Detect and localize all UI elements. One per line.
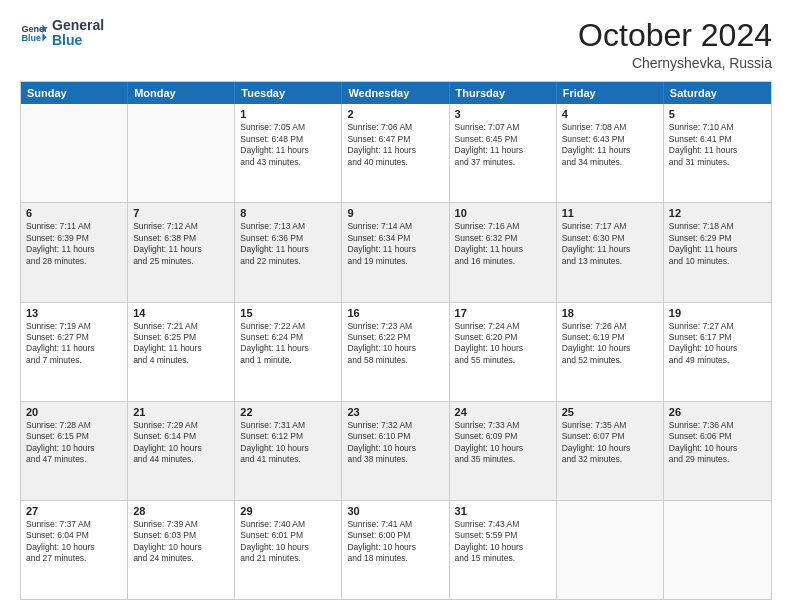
- day-details: Sunrise: 7:17 AM Sunset: 6:30 PM Dayligh…: [562, 221, 658, 267]
- month-title: October 2024: [578, 18, 772, 53]
- day-details: Sunrise: 7:23 AM Sunset: 6:22 PM Dayligh…: [347, 321, 443, 367]
- day-details: Sunrise: 7:29 AM Sunset: 6:14 PM Dayligh…: [133, 420, 229, 466]
- cal-day-cell: 17Sunrise: 7:24 AM Sunset: 6:20 PM Dayli…: [450, 303, 557, 401]
- header: General Blue General Blue October 2024 C…: [20, 18, 772, 71]
- day-details: Sunrise: 7:21 AM Sunset: 6:25 PM Dayligh…: [133, 321, 229, 367]
- day-details: Sunrise: 7:35 AM Sunset: 6:07 PM Dayligh…: [562, 420, 658, 466]
- day-details: Sunrise: 7:07 AM Sunset: 6:45 PM Dayligh…: [455, 122, 551, 168]
- cal-day-cell: 23Sunrise: 7:32 AM Sunset: 6:10 PM Dayli…: [342, 402, 449, 500]
- day-details: Sunrise: 7:19 AM Sunset: 6:27 PM Dayligh…: [26, 321, 122, 367]
- calendar-body: 1Sunrise: 7:05 AM Sunset: 6:48 PM Daylig…: [21, 104, 771, 599]
- cal-header-day: Friday: [557, 82, 664, 104]
- day-details: Sunrise: 7:36 AM Sunset: 6:06 PM Dayligh…: [669, 420, 766, 466]
- day-details: Sunrise: 7:10 AM Sunset: 6:41 PM Dayligh…: [669, 122, 766, 168]
- day-details: Sunrise: 7:13 AM Sunset: 6:36 PM Dayligh…: [240, 221, 336, 267]
- cal-day-cell: 31Sunrise: 7:43 AM Sunset: 5:59 PM Dayli…: [450, 501, 557, 599]
- cal-header-day: Thursday: [450, 82, 557, 104]
- day-number: 9: [347, 207, 443, 219]
- cal-day-cell: 11Sunrise: 7:17 AM Sunset: 6:30 PM Dayli…: [557, 203, 664, 301]
- cal-day-cell: 14Sunrise: 7:21 AM Sunset: 6:25 PM Dayli…: [128, 303, 235, 401]
- cal-header-day: Sunday: [21, 82, 128, 104]
- day-details: Sunrise: 7:22 AM Sunset: 6:24 PM Dayligh…: [240, 321, 336, 367]
- day-details: Sunrise: 7:31 AM Sunset: 6:12 PM Dayligh…: [240, 420, 336, 466]
- day-number: 26: [669, 406, 766, 418]
- day-number: 8: [240, 207, 336, 219]
- cal-day-cell: 24Sunrise: 7:33 AM Sunset: 6:09 PM Dayli…: [450, 402, 557, 500]
- cal-day-cell: 2Sunrise: 7:06 AM Sunset: 6:47 PM Daylig…: [342, 104, 449, 202]
- cal-day-cell: 1Sunrise: 7:05 AM Sunset: 6:48 PM Daylig…: [235, 104, 342, 202]
- calendar: SundayMondayTuesdayWednesdayThursdayFrid…: [20, 81, 772, 600]
- day-details: Sunrise: 7:43 AM Sunset: 5:59 PM Dayligh…: [455, 519, 551, 565]
- day-details: Sunrise: 7:18 AM Sunset: 6:29 PM Dayligh…: [669, 221, 766, 267]
- cal-day-cell: 22Sunrise: 7:31 AM Sunset: 6:12 PM Dayli…: [235, 402, 342, 500]
- cal-day-cell: 26Sunrise: 7:36 AM Sunset: 6:06 PM Dayli…: [664, 402, 771, 500]
- cal-day-cell: 9Sunrise: 7:14 AM Sunset: 6:34 PM Daylig…: [342, 203, 449, 301]
- day-number: 19: [669, 307, 766, 319]
- day-number: 11: [562, 207, 658, 219]
- cal-day-cell: 3Sunrise: 7:07 AM Sunset: 6:45 PM Daylig…: [450, 104, 557, 202]
- day-number: 29: [240, 505, 336, 517]
- cal-header-day: Tuesday: [235, 82, 342, 104]
- cal-week-row: 27Sunrise: 7:37 AM Sunset: 6:04 PM Dayli…: [21, 500, 771, 599]
- day-number: 1: [240, 108, 336, 120]
- cal-day-cell: 20Sunrise: 7:28 AM Sunset: 6:15 PM Dayli…: [21, 402, 128, 500]
- day-number: 30: [347, 505, 443, 517]
- day-number: 12: [669, 207, 766, 219]
- day-number: 18: [562, 307, 658, 319]
- day-details: Sunrise: 7:26 AM Sunset: 6:19 PM Dayligh…: [562, 321, 658, 367]
- cal-week-row: 13Sunrise: 7:19 AM Sunset: 6:27 PM Dayli…: [21, 302, 771, 401]
- cal-day-cell: 5Sunrise: 7:10 AM Sunset: 6:41 PM Daylig…: [664, 104, 771, 202]
- day-number: 6: [26, 207, 122, 219]
- day-details: Sunrise: 7:24 AM Sunset: 6:20 PM Dayligh…: [455, 321, 551, 367]
- day-details: Sunrise: 7:41 AM Sunset: 6:00 PM Dayligh…: [347, 519, 443, 565]
- day-details: Sunrise: 7:37 AM Sunset: 6:04 PM Dayligh…: [26, 519, 122, 565]
- day-number: 20: [26, 406, 122, 418]
- cal-day-cell: [664, 501, 771, 599]
- day-number: 13: [26, 307, 122, 319]
- cal-week-row: 6Sunrise: 7:11 AM Sunset: 6:39 PM Daylig…: [21, 202, 771, 301]
- cal-day-cell: 6Sunrise: 7:11 AM Sunset: 6:39 PM Daylig…: [21, 203, 128, 301]
- title-block: October 2024 Chernyshevka, Russia: [578, 18, 772, 71]
- day-number: 5: [669, 108, 766, 120]
- calendar-header: SundayMondayTuesdayWednesdayThursdayFrid…: [21, 82, 771, 104]
- cal-day-cell: 10Sunrise: 7:16 AM Sunset: 6:32 PM Dayli…: [450, 203, 557, 301]
- cal-week-row: 20Sunrise: 7:28 AM Sunset: 6:15 PM Dayli…: [21, 401, 771, 500]
- day-number: 10: [455, 207, 551, 219]
- logo-icon: General Blue: [20, 19, 48, 47]
- day-number: 22: [240, 406, 336, 418]
- svg-text:Blue: Blue: [21, 33, 41, 43]
- day-number: 3: [455, 108, 551, 120]
- day-details: Sunrise: 7:16 AM Sunset: 6:32 PM Dayligh…: [455, 221, 551, 267]
- cal-header-day: Saturday: [664, 82, 771, 104]
- day-details: Sunrise: 7:06 AM Sunset: 6:47 PM Dayligh…: [347, 122, 443, 168]
- cal-day-cell: 4Sunrise: 7:08 AM Sunset: 6:43 PM Daylig…: [557, 104, 664, 202]
- day-number: 7: [133, 207, 229, 219]
- cal-day-cell: [128, 104, 235, 202]
- day-number: 25: [562, 406, 658, 418]
- cal-day-cell: 15Sunrise: 7:22 AM Sunset: 6:24 PM Dayli…: [235, 303, 342, 401]
- day-number: 24: [455, 406, 551, 418]
- day-details: Sunrise: 7:08 AM Sunset: 6:43 PM Dayligh…: [562, 122, 658, 168]
- logo: General Blue General Blue: [20, 18, 104, 49]
- logo-text-blue: Blue: [52, 33, 104, 48]
- cal-day-cell: [557, 501, 664, 599]
- day-number: 17: [455, 307, 551, 319]
- day-details: Sunrise: 7:12 AM Sunset: 6:38 PM Dayligh…: [133, 221, 229, 267]
- cal-day-cell: 19Sunrise: 7:27 AM Sunset: 6:17 PM Dayli…: [664, 303, 771, 401]
- cal-day-cell: 25Sunrise: 7:35 AM Sunset: 6:07 PM Dayli…: [557, 402, 664, 500]
- day-number: 23: [347, 406, 443, 418]
- day-number: 14: [133, 307, 229, 319]
- cal-day-cell: 30Sunrise: 7:41 AM Sunset: 6:00 PM Dayli…: [342, 501, 449, 599]
- cal-day-cell: 16Sunrise: 7:23 AM Sunset: 6:22 PM Dayli…: [342, 303, 449, 401]
- day-number: 21: [133, 406, 229, 418]
- location: Chernyshevka, Russia: [578, 55, 772, 71]
- cal-day-cell: 13Sunrise: 7:19 AM Sunset: 6:27 PM Dayli…: [21, 303, 128, 401]
- logo-text-general: General: [52, 18, 104, 33]
- day-number: 2: [347, 108, 443, 120]
- day-number: 31: [455, 505, 551, 517]
- day-number: 28: [133, 505, 229, 517]
- cal-day-cell: [21, 104, 128, 202]
- cal-day-cell: 7Sunrise: 7:12 AM Sunset: 6:38 PM Daylig…: [128, 203, 235, 301]
- day-number: 15: [240, 307, 336, 319]
- day-details: Sunrise: 7:33 AM Sunset: 6:09 PM Dayligh…: [455, 420, 551, 466]
